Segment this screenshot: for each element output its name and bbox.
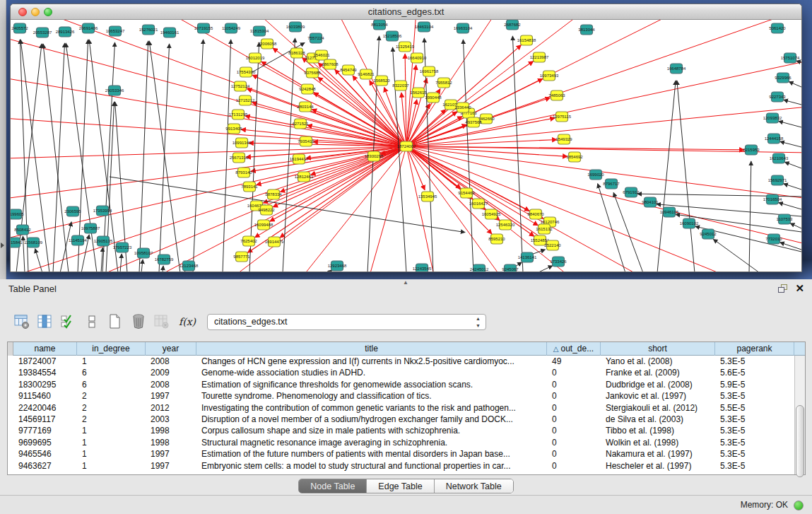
table-cell[interactable]: 1997	[146, 460, 196, 472]
graph-edge-red-ray[interactable]	[11, 146, 406, 260]
table-cell[interactable]: 2003	[146, 414, 196, 425]
graph-edge-black[interactable]	[784, 184, 801, 189]
graph-edge-black[interactable]	[780, 243, 801, 250]
table-cell[interactable]: Disruption of a novel member of a sodium…	[196, 414, 547, 425]
tab-network-table[interactable]: Network Table	[435, 479, 513, 493]
table-cell[interactable]: 1	[77, 425, 146, 436]
close-panel-icon[interactable]: ✕	[795, 282, 804, 295]
table-cell[interactable]: 6	[77, 367, 146, 378]
table-cell[interactable]: 49	[547, 356, 601, 367]
graph-edge-black[interactable]	[43, 44, 69, 272]
graph-edge-red-ray[interactable]	[406, 146, 801, 272]
graph-edge-black[interactable]	[796, 61, 801, 62]
table-cell[interactable]: 1997	[146, 390, 196, 402]
table-cell[interactable]: Nakamura et al. (1997)	[601, 448, 715, 460]
table-row[interactable]: 977716911998Corpus callosum shape and si…	[8, 425, 805, 436]
table-cell[interactable]: Estimation of significance thresholds fo…	[196, 379, 547, 390]
table-cell[interactable]: 0	[547, 425, 601, 436]
graph-edge-red[interactable]	[273, 48, 406, 146]
table-cell[interactable]: 9777169	[13, 425, 77, 436]
graph-edge-black[interactable]	[779, 203, 801, 209]
network-canvas[interactable]: 1872400718300295135349458186328912750815…	[11, 20, 801, 272]
table-cell[interactable]: 9465546	[13, 448, 77, 460]
table-row[interactable]: 946362711997Embryonic stem cells: a mode…	[8, 460, 805, 472]
graph-edge-red[interactable]	[257, 146, 406, 185]
vertical-scrollbar[interactable]	[794, 356, 805, 474]
table-row[interactable]: 911546021997Tourette syndrome. Phenomeno…	[8, 390, 805, 402]
table-cell[interactable]: 19384554	[13, 367, 77, 378]
new-column-icon[interactable]	[106, 313, 124, 331]
table-cell[interactable]: 5.3E-5	[715, 390, 794, 402]
table-cell[interactable]: 9115460	[13, 390, 77, 402]
graph-edge-black[interactable]	[749, 161, 751, 272]
graph-edge-black[interactable]	[780, 141, 801, 147]
table-cell[interactable]: 0	[547, 379, 601, 390]
float-panel-icon[interactable]	[778, 284, 788, 293]
delete-table-icon-disabled[interactable]	[153, 313, 171, 331]
table-cell[interactable]: 1998	[146, 425, 196, 436]
table-source-dropdown[interactable]: citations_edges.txt ▲▼	[207, 314, 486, 330]
tab-edge-table[interactable]: Edge Table	[367, 479, 434, 493]
table-cell[interactable]: 5.3E-5	[715, 414, 794, 425]
table-cell[interactable]: Structural magnetic resonance image aver…	[196, 437, 547, 448]
select-all-rows-icon[interactable]	[59, 313, 78, 331]
graph-edge-black[interactable]	[53, 43, 65, 272]
graph-edge-red[interactable]	[280, 146, 406, 192]
table-row[interactable]: 1872400712008Changes of HCN gene express…	[8, 356, 805, 367]
graph-edge-red-ray[interactable]	[406, 20, 801, 146]
table-cell[interactable]: Tourette syndrome. Phenomenology and cla…	[196, 390, 547, 402]
show-columns-icon[interactable]	[36, 313, 54, 331]
table-cell[interactable]: 5.3E-5	[715, 425, 794, 436]
table-cell[interactable]: 0	[547, 367, 601, 378]
column-header-in_degree[interactable]: in_degree	[77, 342, 146, 356]
graph-edge-black[interactable]	[677, 81, 695, 272]
table-row[interactable]: 2242004622012Investigating the contribut…	[8, 402, 805, 414]
graph-edge-black[interactable]	[149, 41, 180, 272]
table-cell[interactable]: Yano et al. (2008)	[601, 356, 715, 367]
table-cell[interactable]: 2	[77, 402, 146, 414]
table-cell[interactable]: 5.6E-5	[715, 367, 794, 378]
graph-edge-red-ray[interactable]	[406, 146, 801, 211]
table-cell[interactable]: Stergiakouli et al. (2012)	[601, 402, 715, 414]
table-cell[interactable]: Investigating the contribution of common…	[196, 402, 547, 414]
table-cell[interactable]: 1	[77, 437, 146, 448]
memory-status-indicator[interactable]	[794, 501, 804, 510]
table-cell[interactable]: Genome-wide association studies in ADHD.	[196, 367, 547, 378]
table-cell[interactable]: 5.3E-5	[715, 448, 794, 460]
table-cell[interactable]: Embryonic stem cells: a model to study s…	[196, 460, 547, 472]
graph-edge-red[interactable]	[311, 146, 406, 175]
network-view[interactable]: 1872400718300295135349458186328912750815…	[11, 20, 801, 272]
graph-edge-red[interactable]	[247, 88, 406, 146]
graph-edge-black[interactable]	[657, 81, 676, 272]
graph-edge-black[interactable]	[537, 266, 553, 272]
network-window[interactable]: citations_edges.txt 18724007183002951353…	[10, 4, 802, 272]
table-cell[interactable]: 18724007	[13, 356, 77, 367]
table-cell[interactable]: 9699695	[13, 437, 77, 448]
table-cell[interactable]: 0	[547, 460, 601, 472]
table-cell[interactable]: 1	[77, 448, 146, 460]
graph-edge-black[interactable]	[120, 254, 122, 272]
table-row[interactable]: 1456911722003Disruption of a novel membe…	[8, 414, 805, 425]
table-cell[interactable]: 2	[77, 414, 146, 425]
column-header-name[interactable]: name	[13, 342, 77, 356]
table-cell[interactable]: 5.3E-5	[715, 460, 794, 472]
column-header-short[interactable]: short	[601, 342, 715, 356]
table-cell[interactable]: Jankovic et al. (1997)	[601, 390, 715, 402]
table-row[interactable]: 1938455462009Genome-wide association stu…	[8, 367, 805, 378]
graph-edge-black[interactable]	[789, 82, 801, 87]
graph-edge-black[interactable]	[60, 222, 71, 272]
table-row[interactable]: 946554611997Estimation of the future num…	[8, 448, 805, 460]
graph-edge-black[interactable]	[790, 223, 801, 228]
graph-edge-black[interactable]	[463, 40, 473, 272]
table-row[interactable]: 1830029562008Estimation of significance …	[8, 379, 805, 390]
table-cell[interactable]: Changes of HCN gene expression and I(f) …	[196, 356, 547, 367]
graph-edge-black[interactable]	[159, 44, 170, 272]
column-header-title[interactable]: title	[196, 342, 547, 356]
table-cell[interactable]: 0	[547, 414, 601, 425]
table-cell[interactable]: 5.5E-5	[715, 402, 794, 414]
scrollbar-thumb[interactable]	[796, 405, 804, 477]
table-cell[interactable]: 18300295	[13, 379, 77, 390]
table-cell[interactable]: 2008	[146, 356, 196, 367]
graph-edge-red[interactable]	[406, 139, 557, 146]
table-cell[interactable]: 0	[547, 402, 601, 414]
